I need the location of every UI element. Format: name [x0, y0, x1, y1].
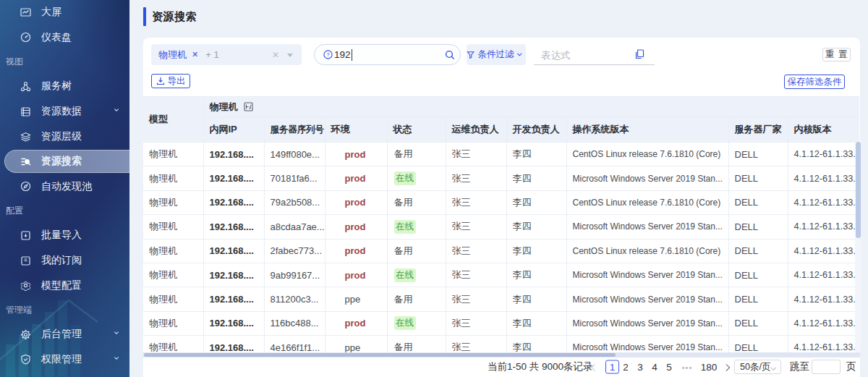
svg-text:?: ?	[326, 51, 330, 58]
